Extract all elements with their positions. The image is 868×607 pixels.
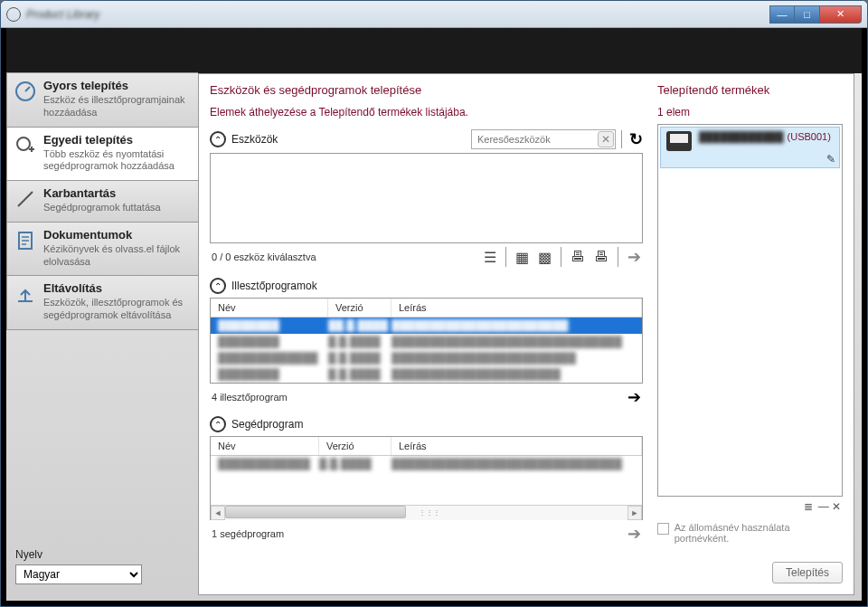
col-name[interactable]: Név <box>211 437 319 455</box>
grid-large-icon[interactable]: ▩ <box>538 249 552 266</box>
utilities-count: 1 segédprogram <box>212 528 627 539</box>
minimize-button[interactable]: — <box>769 5 795 24</box>
devices-heading: Eszközök <box>231 133 278 146</box>
scroll-thumb[interactable] <box>225 506 406 518</box>
utilities-heading: Segédprogram <box>231 418 303 431</box>
drivers-table[interactable]: Név Verzió Leírás ██████████.█.█████████… <box>210 298 643 384</box>
refresh-icon[interactable]: ↻ <box>629 129 643 149</box>
add-driver-arrow-icon[interactable]: ➔ <box>627 387 641 407</box>
table-row[interactable]: ██████████.█.███████████████████████████ <box>211 318 642 334</box>
nav-title: Dokumentumok <box>43 228 191 242</box>
queue-item-label: ████████████(USB001) <box>699 131 831 151</box>
printer-icon <box>666 131 692 151</box>
instruction-text: Elemek áthelyezése a Telepítendő terméke… <box>210 106 643 119</box>
drivers-heading: Illesztőprogramok <box>231 280 317 292</box>
queue-count: 1 elem <box>657 106 843 119</box>
col-name[interactable]: Név <box>211 299 328 317</box>
remove-icon[interactable]: — ✕ <box>818 500 841 513</box>
col-version[interactable]: Verzió <box>328 299 392 317</box>
scroll-left-icon[interactable]: ◄ <box>211 506 225 520</box>
utilities-table[interactable]: Név Verzió Leírás █████████████.█.██████… <box>210 436 643 520</box>
clear-search-icon[interactable]: ✕ <box>598 131 614 147</box>
sidebar-item-uninstall[interactable]: Eltávolítás Eszközök, illesztőprogramok … <box>6 275 198 330</box>
sidebar-item-documents[interactable]: Dokumentumok Kézikönyvek és olvass.el fá… <box>6 222 198 277</box>
printer-icon[interactable]: 🖶 <box>571 249 585 265</box>
collapse-devices-icon[interactable]: ⌃ <box>210 131 226 147</box>
window-body: Gyors telepítés Eszköz és illesztőprogra… <box>1 28 867 606</box>
drivers-section-header: ⌃ Illesztőprogramok <box>210 278 643 294</box>
hostname-label: Az állomásnév használata portnévként. <box>675 522 843 544</box>
branding-strip <box>6 28 862 73</box>
drivers-count: 4 illesztőprogram <box>212 392 627 403</box>
list-view-icon[interactable]: ☰ <box>484 249 496 266</box>
divider <box>621 130 622 148</box>
nav-desc: Eszközök, illesztőprogramok és segédprog… <box>43 297 191 322</box>
table-row[interactable]: █████████████.█.████████████████████████… <box>211 456 642 472</box>
horizontal-scrollbar[interactable]: ◄ ⋮⋮⋮ ► <box>211 505 642 519</box>
nav-desc: Több eszköz és nyomtatási segédprogramok… <box>43 148 191 174</box>
add-to-queue-arrow-icon[interactable]: ➔ <box>627 247 641 267</box>
sidebar-item-custom-install[interactable]: Egyedi telepítés Több eszköz és nyomtatá… <box>6 127 198 182</box>
install-button[interactable]: Telepítés <box>772 562 843 583</box>
sidebar: Gyors telepítés Eszköz és illesztőprogra… <box>6 73 198 595</box>
scroll-right-icon[interactable]: ► <box>627 506 642 520</box>
hostname-checkbox-row[interactable]: Az állomásnév használata portnévként. <box>657 522 843 544</box>
svg-point-1 <box>17 138 30 150</box>
grid-small-icon[interactable]: ▦ <box>515 249 529 266</box>
tools-icon <box>14 188 36 210</box>
center-column: Eszközök és segédprogramok telepítése El… <box>210 83 643 583</box>
nav-desc: Eszköz és illesztőprogramjainak hozzáadá… <box>43 94 191 119</box>
devices-list[interactable] <box>210 153 643 243</box>
printer-add-icon[interactable]: 🖶 <box>594 249 609 265</box>
nav-title: Karbantartás <box>43 186 191 200</box>
install-queue: ████████████(USB001) ✎ <box>657 124 843 497</box>
uninstall-icon <box>14 283 36 305</box>
nav-desc: Kézikönyvek és olvass.el fájlok elolvasá… <box>43 243 191 269</box>
document-icon <box>14 230 36 251</box>
window-title: Product Library <box>26 8 769 21</box>
collapse-utilities-icon[interactable]: ⌃ <box>210 416 226 432</box>
edit-icon[interactable]: ✎ <box>826 153 835 166</box>
device-search-input[interactable] <box>471 129 616 149</box>
col-description[interactable]: Leírás <box>392 299 642 317</box>
hostname-checkbox[interactable] <box>657 523 669 535</box>
devices-section-header: ⌃ Eszközök ✕ ↻ <box>210 129 643 149</box>
language-select[interactable]: Magyar <box>15 564 142 584</box>
col-description[interactable]: Leírás <box>392 437 642 455</box>
sidebar-item-quick-install[interactable]: Gyors telepítés Eszköz és illesztőprogra… <box>6 72 198 128</box>
add-utility-arrow-icon[interactable]: ➔ <box>627 524 641 544</box>
queue-tools: ≣ — ✕ <box>657 497 843 517</box>
main-area: Gyors telepítés Eszköz és illesztőprogra… <box>6 73 862 601</box>
nav-title: Eltávolítás <box>43 281 191 295</box>
table-row[interactable]: █████████.█.████████████████████████████… <box>211 334 642 350</box>
app-icon <box>6 7 21 22</box>
queue-title: Telepítendő termékek <box>657 83 843 97</box>
language-label: Nyelv <box>15 548 189 561</box>
collapse-drivers-icon[interactable]: ⌃ <box>210 278 226 294</box>
titlebar[interactable]: Product Library — □ ✕ <box>1 1 867 28</box>
window-buttons: — □ ✕ <box>769 5 862 24</box>
close-button[interactable]: ✕ <box>820 5 862 24</box>
maximize-button[interactable]: □ <box>795 5 820 24</box>
scroll-track[interactable]: ⋮⋮⋮ <box>225 506 627 520</box>
col-version[interactable]: Verzió <box>319 437 392 455</box>
table-row[interactable]: ██████████████.█.███████████████████████… <box>211 350 642 366</box>
devices-selection-count: 0 / 0 eszköz kiválasztva <box>212 251 316 262</box>
expand-icon[interactable]: ≣ <box>804 500 813 513</box>
content-panel: Eszközök és segédprogramok telepítése El… <box>198 73 854 595</box>
gear-plus-icon <box>14 135 36 156</box>
queue-item[interactable]: ████████████(USB001) ✎ <box>660 127 840 168</box>
page-title: Eszközök és segédprogramok telepítése <box>210 83 643 97</box>
language-block: Nyelv Magyar <box>6 541 198 595</box>
utilities-section-header: ⌃ Segédprogram <box>210 416 643 432</box>
queue-column: Telepítendő termékek 1 elem ████████████… <box>657 83 843 583</box>
table-row[interactable]: █████████.█.██████████████████████████ <box>211 366 642 383</box>
nav-desc: Segédprogramok futtatása <box>43 202 191 214</box>
gauge-icon <box>14 81 36 102</box>
sidebar-item-maintenance[interactable]: Karbantartás Segédprogramok futtatása <box>6 180 198 223</box>
app-window: Product Library — □ ✕ Gyors telepítés Es… <box>0 0 868 607</box>
nav-title: Egyedi telepítés <box>43 133 191 147</box>
nav-title: Gyors telepítés <box>43 79 191 92</box>
